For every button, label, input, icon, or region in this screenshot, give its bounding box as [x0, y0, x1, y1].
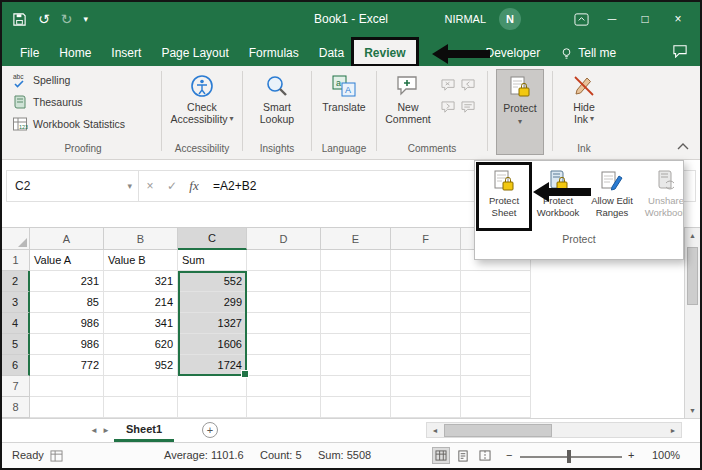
new-comment-button[interactable]: New Comment	[380, 69, 436, 125]
cell-F3[interactable]	[391, 292, 461, 313]
cell-F4[interactable]	[391, 313, 461, 334]
zoom-slider-thumb[interactable]	[567, 450, 571, 463]
sheet-tab-sheet1[interactable]: Sheet1	[114, 419, 174, 442]
status-average[interactable]: Average: 1101.6	[164, 449, 244, 461]
column-header-C[interactable]: C	[178, 228, 247, 250]
ribbon-display-options-icon[interactable]	[574, 12, 589, 27]
cell-F2[interactable]	[391, 271, 461, 292]
cell-D3[interactable]	[247, 292, 321, 313]
new-sheet-button[interactable]: +	[202, 422, 218, 438]
cell-C2[interactable]: 552	[178, 271, 247, 292]
cell-A2[interactable]: 231	[30, 271, 104, 292]
cell-C5[interactable]: 1606	[178, 334, 247, 355]
column-header-F[interactable]: F	[391, 228, 461, 250]
protect-sheet-button[interactable]: Protect Sheet	[478, 165, 530, 231]
cell-A3[interactable]: 85	[30, 292, 104, 313]
cell-G7[interactable]	[461, 376, 531, 397]
cell-B5[interactable]: 620	[104, 334, 178, 355]
cell-F6[interactable]	[391, 355, 461, 376]
cancel-entry-icon[interactable]: ×	[139, 179, 161, 193]
redo-icon[interactable]: ↻	[61, 12, 73, 26]
account-name[interactable]: NIRMAL	[444, 13, 486, 25]
select-all-corner[interactable]	[2, 228, 30, 250]
horizontal-scroll-thumb[interactable]	[444, 424, 552, 437]
hide-ink-button[interactable]: Hide Ink▾	[556, 69, 612, 125]
cell-A6[interactable]: 772	[30, 355, 104, 376]
cell-A7[interactable]	[30, 376, 104, 397]
comments-bubble-icon[interactable]	[672, 44, 688, 58]
cell-E8[interactable]	[321, 397, 391, 418]
scroll-right-icon[interactable]: ►	[665, 427, 681, 434]
cell-G5[interactable]	[461, 334, 531, 355]
row-header-6[interactable]: 6	[2, 355, 30, 376]
zoom-in-icon[interactable]: +	[628, 449, 634, 461]
tab-review[interactable]: Review	[354, 40, 415, 66]
cell-D2[interactable]	[247, 271, 321, 292]
check-accessibility-button[interactable]: Check Accessibility▾	[174, 69, 230, 125]
show-comments-icon[interactable]	[458, 97, 478, 119]
page-layout-view-icon[interactable]	[454, 447, 472, 464]
cell-E7[interactable]	[321, 376, 391, 397]
translate-button[interactable]: aA Translate	[316, 69, 372, 113]
delete-comment-icon[interactable]	[438, 75, 458, 97]
cell-D6[interactable]	[247, 355, 321, 376]
cell-D1[interactable]	[247, 250, 321, 271]
cell-C4[interactable]: 1327	[178, 313, 247, 334]
tab-tell-me[interactable]: Tell me	[550, 40, 626, 66]
cell-F8[interactable]	[391, 397, 461, 418]
cell-C8[interactable]	[178, 397, 247, 418]
cell-F5[interactable]	[391, 334, 461, 355]
column-header-D[interactable]: D	[247, 228, 321, 250]
row-header-3[interactable]: 3	[2, 292, 30, 313]
name-box-caret-icon[interactable]: ▾	[127, 181, 138, 191]
vertical-scroll-thumb[interactable]	[687, 247, 698, 305]
cell-D4[interactable]	[247, 313, 321, 334]
previous-comment-icon[interactable]	[458, 75, 478, 97]
cell-E3[interactable]	[321, 292, 391, 313]
row-header-4[interactable]: 4	[2, 313, 30, 334]
macro-record-icon[interactable]	[50, 450, 63, 464]
cell-B3[interactable]: 214	[104, 292, 178, 313]
cell-F7[interactable]	[391, 376, 461, 397]
tab-data[interactable]: Data	[309, 40, 354, 66]
tab-insert[interactable]: Insert	[101, 40, 151, 66]
cell-E1[interactable]	[321, 250, 391, 271]
cell-B4[interactable]: 341	[104, 313, 178, 334]
thesaurus-button[interactable]: Thesaurus	[8, 91, 158, 113]
column-header-E[interactable]: E	[321, 228, 391, 250]
sheet-scroll-left-icon[interactable]: ◄	[90, 419, 98, 442]
horizontal-scrollbar[interactable]: ◄ ►	[426, 422, 682, 438]
cell-G2[interactable]	[461, 271, 531, 292]
column-header-B[interactable]: B	[104, 228, 178, 250]
cell-G6[interactable]	[461, 355, 531, 376]
cell-B2[interactable]: 321	[104, 271, 178, 292]
cell-A1[interactable]: Value A	[30, 250, 104, 271]
scroll-down-icon[interactable]: ▼	[685, 403, 700, 418]
row-header-7[interactable]: 7	[2, 376, 30, 397]
close-button[interactable]: ×	[668, 12, 688, 26]
tab-formulas[interactable]: Formulas	[239, 40, 309, 66]
zoom-out-icon[interactable]: −	[506, 449, 512, 461]
cell-G8[interactable]	[461, 397, 531, 418]
next-comment-icon[interactable]	[438, 97, 458, 119]
tab-home[interactable]: Home	[49, 40, 101, 66]
cell-G4[interactable]	[461, 313, 531, 334]
normal-view-icon[interactable]	[432, 447, 450, 464]
cell-A8[interactable]	[30, 397, 104, 418]
cell-A4[interactable]: 986	[30, 313, 104, 334]
row-header-1[interactable]: 1	[2, 250, 30, 271]
row-header-8[interactable]: 8	[2, 397, 30, 418]
cell-E5[interactable]	[321, 334, 391, 355]
page-break-view-icon[interactable]	[476, 447, 494, 464]
cell-D5[interactable]	[247, 334, 321, 355]
protect-workbook-button[interactable]: Protect Workbook	[532, 165, 584, 231]
collapse-ribbon-icon[interactable]	[676, 142, 690, 151]
name-box[interactable]: C2 ▾	[7, 171, 139, 201]
smart-lookup-button[interactable]: Smart Lookup	[249, 69, 305, 125]
cell-C3[interactable]: 299	[178, 292, 247, 313]
enter-entry-icon[interactable]: ✓	[161, 179, 183, 193]
protect-button[interactable]: Protect ▾	[496, 69, 544, 155]
cell-B1[interactable]: Value B	[104, 250, 178, 271]
spelling-button[interactable]: abc Spelling	[8, 69, 158, 91]
status-sum[interactable]: Sum: 5508	[318, 449, 371, 461]
